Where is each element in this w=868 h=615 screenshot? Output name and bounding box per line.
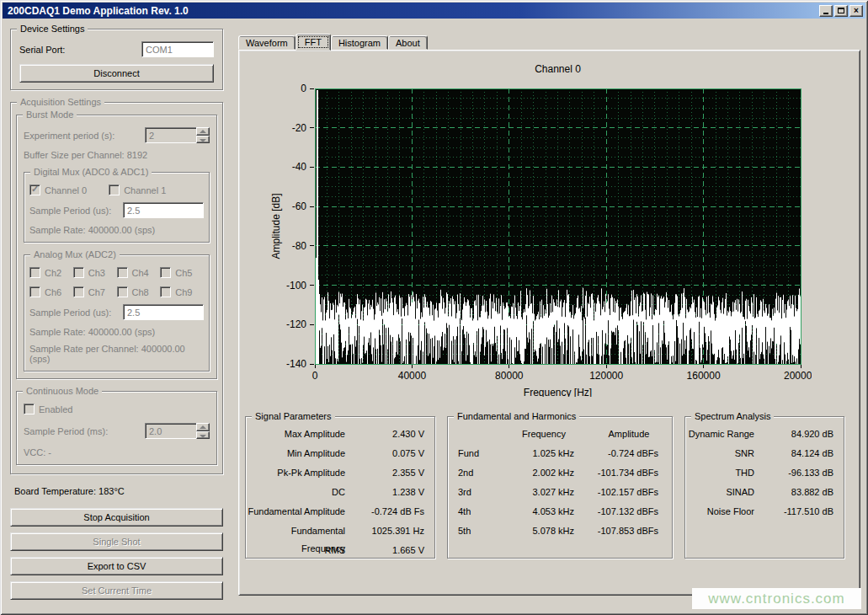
analog-ch3-checkbox[interactable] (73, 267, 84, 278)
digital-sample-period-input[interactable] (123, 202, 204, 218)
serial-port-input[interactable] (141, 41, 214, 57)
window-controls: × (819, 5, 865, 17)
close-button[interactable]: × (849, 5, 863, 17)
maximize-button[interactable] (834, 5, 848, 17)
analog-ch2-item: Ch2 (29, 267, 73, 278)
analog-mux-group: Analog Mux (ADC2) Ch2Ch3Ch4Ch5Ch6Ch7Ch8C… (24, 254, 210, 372)
tab-histogram[interactable]: Histogram (331, 35, 388, 50)
analog-ch8-checkbox[interactable] (117, 286, 128, 297)
tab-waveform[interactable]: Waveform (238, 35, 296, 50)
svg-text:Frequency [Hz]: Frequency [Hz] (524, 387, 592, 397)
spectrum-value: 83.882 dB (766, 484, 844, 503)
param-label: Pk-Pk Amplitude (246, 464, 357, 484)
svg-text:-40: -40 (292, 161, 307, 173)
harmonic-frequency: 1.025 kHz (502, 445, 586, 464)
analog-sample-period-input[interactable] (123, 304, 204, 320)
burst-mode-title: Burst Mode (23, 110, 77, 120)
set-current-time-button[interactable]: Set Current Time (10, 581, 223, 600)
right-panel: WaveformFFTHistogramAbout Channel 0 0400… (238, 34, 860, 596)
spectrum-value: 84.124 dB (766, 445, 844, 464)
enabled-checkbox[interactable] (24, 404, 35, 414)
harmonic-amplitude: -101.734 dBFs (586, 464, 672, 484)
channel-1-checkbox[interactable] (109, 184, 120, 195)
harmonic-frequency: 4.053 kHz (502, 503, 586, 522)
check-icon: ✓ (31, 184, 39, 194)
experiment-period-spin-buttons (196, 127, 210, 143)
harmonic-frequency: 2.002 kHz (502, 464, 586, 484)
svg-text:-60: -60 (292, 201, 307, 212)
svg-text:80000: 80000 (495, 370, 524, 382)
analog-ch9-checkbox[interactable] (160, 286, 171, 297)
analog-ch7-item: Ch7 (73, 286, 117, 297)
continuous-sample-period-input[interactable] (145, 423, 197, 439)
analog-ch6-label: Ch6 (45, 287, 61, 297)
watermark: www.cntronics.com (692, 588, 861, 609)
minimize-button[interactable] (819, 5, 833, 17)
serial-port-label: Serial Port: (19, 45, 141, 55)
svg-text:-140: -140 (286, 358, 306, 370)
analog-ch8-item: Ch8 (117, 286, 161, 297)
acquisition-settings-group: Acquisition Settings Burst Mode Experime… (10, 102, 223, 474)
close-icon: × (854, 7, 859, 15)
spectrum-analysis-rows: Dynamic Range84.920 dBSNR84.124 dBTHD-96… (685, 425, 844, 522)
analog-ch7-label: Ch7 (88, 287, 105, 297)
analog-sample-period-label: Sample Period (us): (29, 308, 123, 318)
analog-ch3-label: Ch3 (88, 268, 105, 278)
svg-text:-20: -20 (292, 122, 307, 134)
tab-fft[interactable]: FFT (296, 34, 331, 51)
param-value: 1.238 V (357, 484, 434, 503)
analog-ch7-checkbox[interactable] (73, 286, 84, 297)
single-shot-button[interactable]: Single Shot (10, 532, 223, 551)
harmonics-col-frequency: Frequency (502, 425, 586, 445)
harmonics-col-amplitude: Amplitude (586, 425, 672, 445)
svg-text:160000: 160000 (687, 370, 721, 382)
analog-ch3-item: Ch3 (73, 267, 117, 278)
signal-parameters-group: Signal Parameters Max Amplitude2.430 VMi… (245, 416, 435, 559)
analog-mux-channels: Ch2Ch3Ch4Ch5Ch6Ch7Ch8Ch9 (29, 267, 204, 297)
spin-down-icon[interactable] (196, 136, 210, 144)
spectrum-label: Noise Floor (685, 503, 766, 522)
experiment-period-stepper (145, 127, 210, 143)
harmonic-amplitude: -0.724 dBFs (586, 445, 672, 464)
analog-ch4-checkbox[interactable] (117, 267, 128, 278)
analog-ch5-label: Ch5 (175, 268, 192, 278)
digital-sample-period-label: Sample Period (us): (29, 206, 123, 216)
harmonic-frequency: 5.078 kHz (502, 522, 586, 542)
analog-ch5-checkbox[interactable] (160, 267, 171, 278)
analog-ch6-checkbox[interactable] (29, 286, 40, 297)
disconnect-button[interactable]: Disconnect (19, 64, 214, 83)
analog-ch2-checkbox[interactable] (29, 267, 40, 278)
spin-down-icon[interactable] (196, 431, 210, 440)
param-label: RMS (246, 542, 357, 561)
chart-title: Channel 0 (315, 63, 801, 75)
signal-parameters-rows: Max Amplitude2.430 VMin Amplitude0.075 V… (246, 425, 434, 561)
analog-ch9-item: Ch9 (160, 286, 204, 297)
svg-text:40000: 40000 (398, 370, 427, 382)
export-to-csv-button[interactable]: Export to CSV (10, 557, 223, 575)
param-label: Max Amplitude (246, 425, 357, 445)
spectrum-label: SNR (685, 445, 766, 464)
channel-1-label: Channel 1 (124, 185, 166, 195)
harmonics-group: Fundamental and Harmonics FrequencyAmpli… (447, 416, 673, 559)
serial-port-row: Serial Port: (19, 41, 214, 57)
continuous-sample-period-stepper (145, 423, 210, 439)
channel-0-item: ✓ Channel 0 (29, 184, 87, 195)
harmonic-amplitude: -107.132 dBFs (586, 503, 672, 522)
analog-ch8-label: Ch8 (132, 287, 149, 297)
analog-sample-period-row: Sample Period (us): (29, 304, 204, 320)
experiment-period-input[interactable] (145, 127, 197, 143)
svg-text:-100: -100 (286, 280, 306, 291)
digital-sample-rate-text: Sample Rate: 400000.00 (sps) (29, 225, 204, 235)
harmonic-name: 3rd (458, 484, 502, 503)
harmonic-amplitude: -102.157 dBFs (586, 484, 672, 503)
spin-up-icon[interactable] (196, 423, 210, 431)
spin-up-icon[interactable] (196, 127, 210, 136)
harmonics-rows: FrequencyAmplitudeFund1.025 kHz-0.724 dB… (448, 425, 672, 542)
spectrum-value: -117.510 dB (766, 503, 844, 522)
tab-about[interactable]: About (388, 35, 428, 50)
channel-0-checkbox[interactable]: ✓ (29, 184, 40, 195)
stop-acquisition-button[interactable]: Stop Acquisition (10, 508, 223, 527)
analog-ch9-label: Ch9 (175, 287, 192, 297)
param-label: Fundamental Frequency (246, 522, 357, 542)
continuous-sample-period-label: Sample Period (ms): (24, 426, 145, 436)
